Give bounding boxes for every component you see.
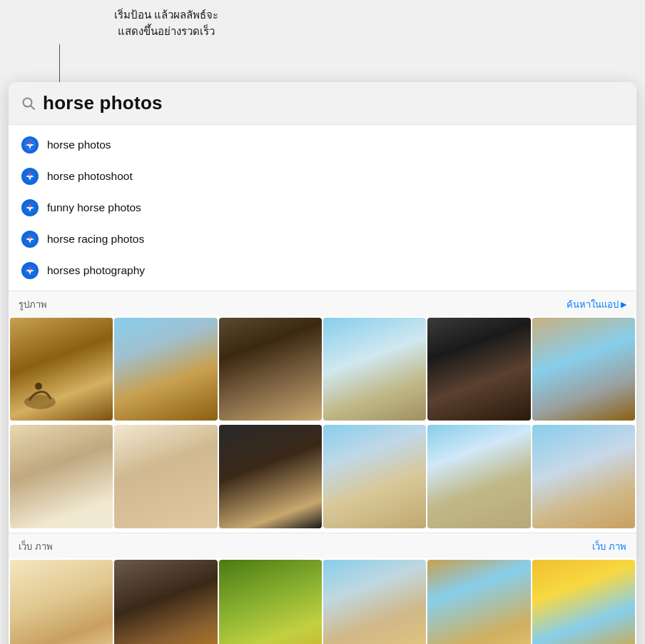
search-bar: horse photos xyxy=(9,82,636,125)
web-section-link-right[interactable]: เว็บ ภาพ xyxy=(592,539,626,554)
suggestion-text-5: horses photography xyxy=(47,264,145,277)
photo-cell[interactable] xyxy=(10,318,113,421)
search-icon xyxy=(21,96,36,111)
safari-icon-2 xyxy=(21,168,39,185)
photos-grid-row1 xyxy=(9,316,636,422)
svg-point-23 xyxy=(24,395,56,409)
photos-grid-row2 xyxy=(9,423,636,529)
photo-cell[interactable] xyxy=(219,318,322,421)
tooltip-line1: เริ่มป้อน แล้วผลลัพธ์จะ xyxy=(114,7,218,24)
photos-section-link-text: ค้นหาในแอป xyxy=(567,297,619,312)
safari-icon-5 xyxy=(21,262,39,279)
photo-cell[interactable] xyxy=(532,318,635,421)
suggestion-item[interactable]: funny horse photos xyxy=(9,192,636,223)
web-photo-cell[interactable] xyxy=(114,560,217,644)
suggestion-item[interactable]: horse racing photos xyxy=(9,223,636,255)
web-photo-cell[interactable] xyxy=(427,560,530,644)
suggestion-text-2: horse photoshoot xyxy=(47,170,133,183)
photo-cell[interactable] xyxy=(114,318,217,421)
web-section-label-left: เว็บ ภาพ xyxy=(19,539,53,554)
search-panel: horse photos horse photos xyxy=(9,82,636,644)
search-query[interactable]: horse photos xyxy=(43,92,624,114)
photos-section-link-arrow: ▶ xyxy=(621,300,626,309)
web-photo-cell[interactable] xyxy=(323,560,426,644)
suggestion-item[interactable]: horses photography xyxy=(9,255,636,286)
photos-section-header: รูปภาพ ค้นหาในแอป ▶ xyxy=(9,291,636,316)
photo-cell[interactable] xyxy=(10,425,113,528)
tooltip-line2: แสดงขึ้นอย่างรวดเร็ว xyxy=(114,24,218,40)
suggestions-list: horse photos horse photoshoot xyxy=(9,125,636,291)
safari-icon-4 xyxy=(21,231,39,248)
web-photos-grid xyxy=(9,558,636,644)
photos-section-label: รูปภาพ xyxy=(19,297,47,312)
safari-icon-1 xyxy=(21,136,39,154)
web-photo-cell[interactable] xyxy=(219,560,322,644)
web-photo-cell[interactable] xyxy=(532,560,635,644)
photo-cell[interactable] xyxy=(427,425,530,528)
suggestion-item[interactable]: horse photoshoot xyxy=(9,161,636,192)
photo-cell[interactable] xyxy=(323,318,426,421)
suggestion-text-1: horse photos xyxy=(47,139,111,151)
tooltip: เริ่มป้อน แล้วผลลัพธ์จะ แสดงขึ้นอย่างรวด… xyxy=(114,7,218,39)
photo-cell[interactable] xyxy=(219,425,322,528)
safari-icon-3 xyxy=(21,199,39,216)
photo-cell[interactable] xyxy=(323,425,426,528)
photo-cell[interactable] xyxy=(532,425,635,528)
web-section-header: เว็บ ภาพ เว็บ ภาพ xyxy=(9,533,636,558)
photos-section-link[interactable]: ค้นหาในแอป ▶ xyxy=(567,297,626,312)
suggestion-text-4: horse racing photos xyxy=(47,233,144,246)
web-photo-cell[interactable] xyxy=(10,560,113,644)
suggestion-item[interactable]: horse photos xyxy=(9,129,636,161)
suggestion-text-3: funny horse photos xyxy=(47,201,141,214)
svg-line-1 xyxy=(31,106,34,109)
photo-cell[interactable] xyxy=(427,318,530,421)
photo-cell[interactable] xyxy=(114,425,217,528)
svg-point-24 xyxy=(35,383,42,390)
